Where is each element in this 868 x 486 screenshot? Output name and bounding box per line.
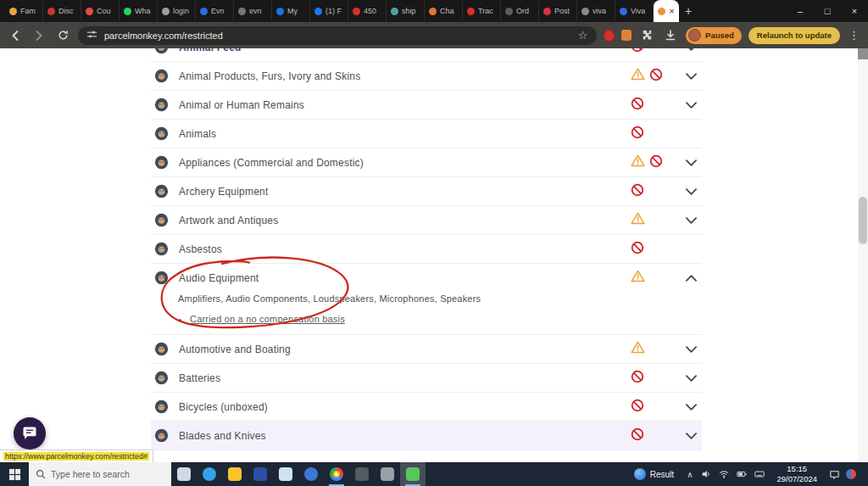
browser-tab[interactable]: My — [272, 1, 310, 21]
browser-tab[interactable]: evn — [234, 1, 272, 21]
browser-tab[interactable]: login — [158, 1, 196, 21]
downloads-icon[interactable] — [662, 27, 679, 44]
keyboard-language-icon[interactable] — [754, 468, 765, 480]
extension-icon[interactable] — [621, 30, 632, 41]
restricted-item-label: Archery Equipment — [179, 186, 268, 198]
browser-tab[interactable]: ship — [387, 1, 425, 21]
chevron-down-icon[interactable] — [686, 102, 697, 109]
taskbar-search[interactable] — [29, 462, 171, 486]
site-settings-icon[interactable] — [86, 28, 97, 43]
taskbar-app-app-gray[interactable] — [375, 462, 400, 486]
scrollbar-up-button[interactable] — [858, 48, 868, 59]
restricted-item-row[interactable]: Appliances (Commercial and Domestic) — [151, 148, 702, 176]
restricted-item-row[interactable]: Animal Products, Furs, Ivory and Skins — [151, 62, 702, 90]
restricted-item-row[interactable]: Automotive and Boating — [151, 335, 702, 363]
minimize-button[interactable]: – — [787, 0, 814, 22]
browser-tab[interactable]: Disc — [43, 1, 81, 21]
browser-menu-icon[interactable]: ⋮ — [847, 29, 861, 42]
restricted-item-row[interactable]: Archery Equipment — [151, 177, 702, 205]
restricted-item-row[interactable]: Artwork and Antiques — [151, 206, 702, 234]
taskbar-app-app-dark[interactable] — [349, 462, 375, 486]
restricted-item-row[interactable]: Blades and Knives — [151, 422, 702, 450]
battery-icon[interactable] — [736, 468, 748, 480]
extensions-puzzle-icon[interactable] — [638, 27, 655, 44]
reload-icon[interactable] — [54, 27, 71, 44]
address-bar[interactable]: parcelmonkey.com/restricted ☆ — [78, 26, 597, 45]
restricted-item: Automotive and Boating — [151, 335, 702, 364]
tab-title: Wha — [135, 7, 151, 15]
restricted-item-row[interactable]: Batteries — [151, 364, 702, 392]
new-tab-button[interactable]: + — [679, 2, 698, 20]
browser-tab[interactable]: Cha — [425, 1, 463, 21]
tab-favicon — [581, 8, 589, 15]
adblock-extension-icon[interactable] — [604, 30, 615, 42]
action-center-icon[interactable] — [828, 468, 840, 480]
taskbar-app-mail[interactable] — [273, 462, 298, 486]
chevron-down-icon[interactable] — [686, 375, 697, 382]
start-button[interactable] — [0, 462, 29, 486]
restricted-item-row[interactable]: Asbestos — [151, 235, 702, 263]
tab-favicon — [9, 8, 17, 15]
browser-tab[interactable]: Evn — [196, 1, 234, 21]
relaunch-to-update-button[interactable]: Relaunch to update — [748, 27, 840, 44]
taskbar-clock[interactable]: 15:15 29/07/2024 — [771, 464, 822, 484]
taskbar-app-task-view[interactable] — [171, 462, 197, 486]
browser-tab[interactable]: Viva — [615, 1, 654, 21]
taskbar-app-browser-app[interactable] — [298, 462, 324, 486]
news-widget[interactable]: Result — [629, 468, 679, 480]
restricted-item: Animal or Human Remains — [151, 91, 702, 120]
scrollbar-thumb[interactable] — [859, 197, 867, 244]
browser-tab[interactable]: Ord — [501, 1, 539, 21]
restricted-item-row[interactable]: Audio Equipment — [151, 264, 702, 292]
taskbar-app-file-explorer[interactable] — [222, 462, 248, 486]
chevron-down-icon[interactable] — [686, 73, 697, 80]
tab-favicon — [162, 8, 170, 15]
taskbar-app-store[interactable] — [248, 462, 273, 486]
browser-tab[interactable]: Trac — [463, 1, 501, 21]
back-icon[interactable] — [7, 27, 24, 44]
browser-tab[interactable]: (1) F — [310, 1, 348, 21]
tray-expand-icon[interactable]: ∧ — [685, 470, 694, 479]
chevron-down-icon[interactable] — [686, 188, 697, 195]
chat-widget-button[interactable] — [14, 417, 46, 450]
url-text[interactable]: parcelmonkey.com/restricted — [104, 31, 571, 41]
browser-tab[interactable]: Post — [539, 1, 577, 21]
prohibited-icon — [631, 241, 644, 258]
restricted-item-row[interactable]: Animal or Human Remains — [151, 91, 702, 119]
page-scrollbar[interactable] — [858, 48, 868, 462]
browser-tab[interactable]: Cou — [81, 1, 120, 21]
browser-tab[interactable]: viva — [577, 1, 615, 21]
restricted-item-row[interactable]: Bicycles (unboxed) — [151, 393, 702, 421]
parcelmonkey-item-icon — [154, 399, 169, 414]
tray-app-icon[interactable] — [846, 469, 856, 479]
restricted-item-label: Asbestos — [179, 243, 222, 255]
chevron-down-icon[interactable] — [686, 346, 697, 353]
search-input[interactable] — [51, 469, 153, 479]
maximize-button[interactable]: □ — [814, 0, 841, 22]
restricted-item-row[interactable]: Animals — [151, 120, 702, 148]
volume-icon[interactable] — [700, 468, 712, 480]
forward-icon[interactable] — [31, 27, 47, 44]
network-icon[interactable] — [718, 468, 730, 480]
bookmark-star-icon[interactable]: ☆ — [578, 29, 588, 42]
browser-tab[interactable]: Wha — [120, 1, 158, 21]
browser-tab[interactable]: 450 — [348, 1, 387, 21]
details-link[interactable]: Carried on a no compensation basis — [190, 314, 702, 324]
chevron-down-icon[interactable] — [686, 48, 697, 51]
chevron-down-icon[interactable] — [686, 433, 697, 439]
restricted-item: Audio Equipment Amplifiers, Audio Compon… — [151, 264, 702, 335]
profile-paused-button[interactable]: Paused — [686, 27, 742, 44]
chevron-down-icon[interactable] — [686, 159, 697, 166]
chevron-down-icon[interactable] — [686, 217, 697, 224]
browser-tab[interactable]: Fam — [5, 1, 43, 21]
tab-close-icon[interactable]: × — [669, 7, 674, 16]
taskbar-app-wechat[interactable] — [400, 462, 426, 486]
close-button[interactable]: × — [841, 0, 868, 22]
active-tab[interactable]: × — [654, 0, 679, 22]
tab-favicon — [391, 8, 398, 15]
chevron-down-icon[interactable] — [686, 404, 697, 411]
taskbar-app-edge[interactable] — [197, 462, 222, 486]
taskbar-app-chrome[interactable] — [324, 462, 349, 486]
chevron-up-icon[interactable] — [686, 275, 697, 282]
restricted-item-row[interactable]: Animal Feed — [151, 48, 702, 61]
